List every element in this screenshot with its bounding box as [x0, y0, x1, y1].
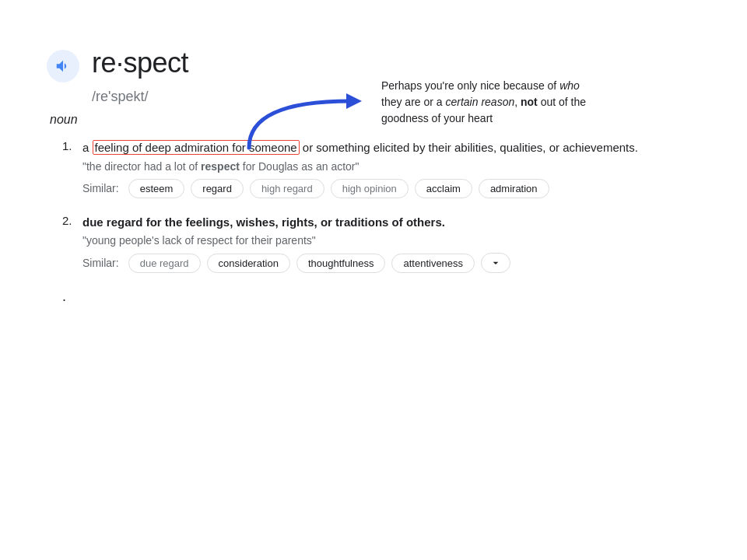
speaker-button[interactable]	[47, 50, 79, 82]
def-number-2: 2. due regard for the feelings, wishes, …	[62, 214, 700, 232]
similar-tag-attentiveness[interactable]: attentiveness	[391, 254, 475, 273]
similar-row-2: Similar: due regard consideration though…	[82, 253, 700, 273]
speaker-icon	[54, 58, 72, 75]
svg-marker-0	[346, 93, 362, 109]
similar-label-1: Similar:	[82, 182, 119, 194]
definition-item-2: 2. due regard for the feelings, wishes, …	[62, 214, 700, 274]
chevron-down-icon	[489, 257, 502, 269]
similar-tag-regard[interactable]: regard	[191, 179, 244, 198]
similar-tag-esteem[interactable]: esteem	[128, 179, 185, 198]
callout-text: Perhaps you're only nice because of who …	[381, 78, 599, 127]
def-num-label-1: 1.	[62, 139, 78, 152]
similar-tag-consideration[interactable]: consideration	[207, 254, 290, 273]
dot-indicator: .	[62, 289, 700, 305]
similar-label-2: Similar:	[82, 257, 119, 269]
similar-tag-due-regard[interactable]: due regard	[128, 254, 201, 273]
word-title: re·spect	[92, 47, 188, 79]
similar-tag-thoughtfulness[interactable]: thoughtfulness	[296, 254, 386, 273]
similar-tag-high-opinion[interactable]: high opinion	[331, 179, 409, 198]
expand-similar-button[interactable]	[481, 253, 510, 273]
similar-tag-acclaim[interactable]: acclaim	[415, 179, 472, 198]
similar-tag-admiration[interactable]: admiration	[479, 179, 549, 198]
def-example-2: "young people's lack of respect for thei…	[82, 234, 700, 247]
def-example-1: "the director had a lot of respect for D…	[82, 160, 700, 173]
similar-row-1: Similar: esteem regard high regard high …	[82, 179, 700, 198]
annotation-arrow	[233, 86, 389, 163]
def-num-label-2: 2.	[62, 214, 78, 227]
def-text-2: due regard for the feelings, wishes, rig…	[82, 214, 445, 232]
similar-tag-high-regard[interactable]: high regard	[250, 179, 324, 198]
